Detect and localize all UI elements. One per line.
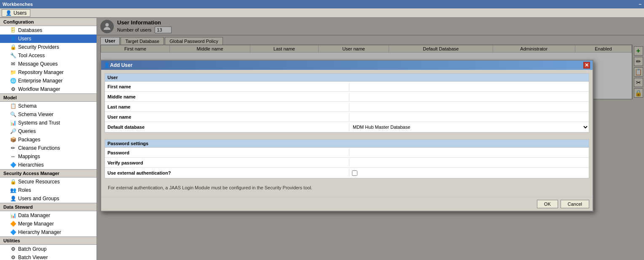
sidebar-label-secure-resources: Secure Resources (18, 179, 60, 185)
verify-password-input[interactable] (349, 158, 589, 167)
first-name-row: First name (105, 82, 589, 92)
data-steward-section-header: Data Steward (0, 203, 97, 211)
modal-header: 👤 Add User ✕ (101, 61, 593, 70)
modal-title-icon: 👤 (104, 62, 110, 68)
sidebar-item-enterprise-manager[interactable]: 🌐 Enterprise Manager (0, 77, 97, 85)
minimize-btn[interactable]: − (639, 2, 641, 7)
sidebar-item-batch-group[interactable]: ⚙ Batch Group (0, 245, 97, 253)
sidebar-label-queries: Queries (18, 128, 36, 134)
sidebar-item-security-providers[interactable]: 🔒 Security Providers (0, 43, 97, 51)
sidebar-item-message-queues[interactable]: ✉ Message Queues (0, 60, 97, 68)
sidebar: Configuration 🗄 Databases 👤 Users 🔒 Secu… (0, 18, 97, 260)
sidebar-item-workflow-manager[interactable]: ⚙ Workflow Manager (0, 85, 97, 93)
user-name-input[interactable] (349, 112, 589, 122)
schema-viewer-icon: 🔍 (10, 111, 16, 117)
tool-access-icon: 🔧 (10, 53, 16, 58)
tab-bar: 👤 Users (0, 8, 644, 18)
data-manager-icon: 📊 (10, 212, 16, 218)
main-layout: Configuration 🗄 Databases 👤 Users 🔒 Secu… (0, 18, 644, 260)
external-auth-checkbox-cell (349, 169, 589, 177)
add-user-modal: 👤 Add User ✕ User First name (100, 60, 593, 212)
modal-overlay: 👤 Add User ✕ User First name (97, 18, 644, 260)
queries-icon: 🔎 (10, 128, 16, 134)
sidebar-item-batch-viewer[interactable]: ⚙ Batch Viewer (0, 253, 97, 260)
user-form-section: User First name Middle name Last name (105, 73, 589, 133)
first-name-input[interactable] (349, 82, 589, 91)
sidebar-item-merge-manager[interactable]: 🔶 Merge Manager (0, 220, 97, 228)
sidebar-item-schema-viewer[interactable]: 🔍 Schema Viewer (0, 110, 97, 119)
sidebar-label-message-queues: Message Queues (18, 61, 58, 67)
sidebar-item-packages[interactable]: 📦 Packages (0, 135, 97, 144)
sidebar-item-roles[interactable]: 👥 Roles (0, 186, 97, 194)
users-tab-icon: 👤 (5, 10, 12, 16)
last-name-row: Last name (105, 102, 589, 112)
modal-footer: OK Cancel (101, 197, 593, 211)
workbenches-title: Workbenches (3, 2, 33, 7)
sidebar-label-merge-manager: Merge Manager (18, 221, 54, 227)
users-tab[interactable]: 👤 Users (2, 9, 30, 17)
external-auth-checkbox[interactable] (352, 170, 357, 176)
sidebar-label-packages: Packages (18, 137, 40, 143)
sidebar-item-users[interactable]: 👤 Users (0, 34, 97, 43)
databases-icon: 🗄 (10, 27, 16, 33)
sidebar-label-users: Users (18, 36, 31, 42)
sidebar-item-tool-access[interactable]: 🔧 Tool Access (0, 51, 97, 60)
workflow-manager-icon: ⚙ (10, 86, 16, 92)
sidebar-label-security-providers: Security Providers (18, 44, 59, 50)
sidebar-label-enterprise-manager: Enterprise Manager (18, 78, 62, 84)
sidebar-item-hierarchy-manager[interactable]: 🔷 Hierarchy Manager (0, 228, 97, 236)
config-section-header: Configuration (0, 18, 97, 26)
top-bar: Workbenches − (0, 0, 644, 8)
default-database-label: Default database (105, 123, 349, 131)
sidebar-item-cleanse-functions[interactable]: ✏ Cleanse Functions (0, 144, 97, 152)
security-section-header: Security Access Manager (0, 169, 97, 178)
middle-name-input[interactable] (349, 92, 589, 101)
password-section-header: Password settings (105, 140, 589, 148)
user-name-row: User name (105, 112, 589, 122)
password-input[interactable] (349, 148, 589, 157)
sidebar-label-mappings: Mappings (18, 154, 40, 159)
sidebar-item-hierarchies[interactable]: 🔷 Hierarchies (0, 161, 97, 169)
users-tab-label: Users (13, 10, 27, 16)
batch-viewer-icon: ⚙ (10, 255, 16, 260)
content-area: User Information Number of users 13 User… (97, 18, 644, 260)
users-groups-icon: 👤 (10, 196, 16, 202)
sidebar-item-data-manager[interactable]: 📊 Data Manager (0, 211, 97, 220)
sidebar-label-workflow-manager: Workflow Manager (18, 86, 60, 92)
ok-button[interactable]: OK (537, 200, 558, 208)
sidebar-label-schema: Schema (18, 103, 37, 109)
spacer (105, 136, 589, 139)
sidebar-item-databases[interactable]: 🗄 Databases (0, 26, 97, 34)
users-icon: 👤 (10, 36, 16, 42)
schema-icon: 📋 (10, 103, 16, 109)
secure-resources-icon: 🔒 (10, 179, 16, 185)
sidebar-label-hierarchies: Hierarchies (18, 162, 44, 168)
sidebar-label-batch-viewer: Batch Viewer (18, 255, 48, 260)
batch-group-icon: ⚙ (10, 246, 16, 252)
sidebar-item-repository-manager[interactable]: 📁 Repository Manager (0, 68, 97, 77)
sidebar-item-queries[interactable]: 🔎 Queries (0, 127, 97, 135)
verify-password-row: Verify password (105, 158, 589, 168)
message-queues-icon: ✉ (10, 61, 16, 67)
sidebar-item-users-and-groups[interactable]: 👤 Users and Groups (0, 194, 97, 203)
middle-name-row: Middle name (105, 92, 589, 102)
cancel-button[interactable]: Cancel (561, 200, 589, 208)
last-name-input[interactable] (349, 102, 589, 111)
external-auth-row: Use external authentication? (105, 168, 589, 178)
note-text: For external authentication, a JAAS Logi… (105, 182, 589, 194)
model-section-header: Model (0, 93, 97, 102)
default-database-select[interactable]: MDM Hub Master Database (349, 122, 589, 132)
security-providers-icon: 🔒 (10, 44, 16, 50)
mappings-icon: ↔ (10, 154, 16, 159)
user-section-header: User (105, 74, 589, 82)
packages-icon: 📦 (10, 137, 16, 143)
sidebar-item-mappings[interactable]: ↔ Mappings (0, 152, 97, 161)
password-row: Password (105, 148, 589, 158)
sidebar-item-systems-and-trust[interactable]: 📊 Systems and Trust (0, 119, 97, 127)
verify-password-label: Verify password (105, 159, 349, 167)
last-name-label: Last name (105, 103, 349, 111)
modal-close-button[interactable]: ✕ (583, 62, 590, 69)
sidebar-item-schema[interactable]: 📋 Schema (0, 102, 97, 110)
first-name-label: First name (105, 83, 349, 90)
sidebar-item-secure-resources[interactable]: 🔒 Secure Resources (0, 178, 97, 186)
